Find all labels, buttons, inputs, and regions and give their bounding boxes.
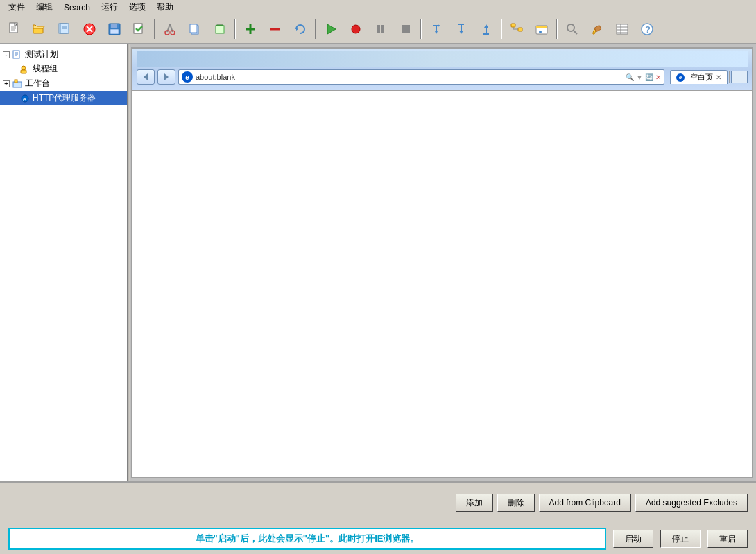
svg-rect-22 [190,24,197,33]
tree-view-button[interactable] [505,17,529,41]
sep3 [315,19,316,39]
play-button[interactable] [319,17,343,41]
svg-rect-15 [110,29,119,34]
status-message-box: 单击"启动"后，此处会显示"停止"。此时打开IE浏览器。 [8,528,606,550]
menubar: 文件 编辑 Search 运行 选项 帮助 [0,0,756,15]
svg-rect-31 [377,25,380,33]
save-button[interactable] [103,17,126,41]
tab-close-button[interactable]: ✕ [716,73,721,81]
http-proxy-label: HTTP代理服务器 [33,92,96,104]
add-button[interactable]: 添加 [456,494,493,512]
add-from-clipboard-button[interactable]: Add from Clipboard [539,494,631,512]
svg-point-30 [352,25,360,33]
workbench-label: 工作台 [25,78,50,89]
svg-marker-38 [459,31,463,34]
menu-search[interactable]: Search [58,1,96,14]
tree-item-http-proxy[interactable]: e HTTP代理服务器 [0,91,127,105]
menu-help[interactable]: 帮助 [151,0,179,15]
sep5 [501,19,502,39]
svg-rect-44 [518,28,522,31]
refresh-button[interactable] [289,17,312,41]
tab-sep [729,71,730,83]
paint-button[interactable] [585,17,609,41]
add-toolbar-button[interactable] [239,17,262,41]
step-over-button[interactable] [424,17,448,41]
menu-edit[interactable]: 编辑 [31,0,58,15]
browser-chrome: — — — e about:blank 🔍 ▼ [132,49,752,91]
svg-rect-32 [381,25,384,33]
svg-rect-33 [402,25,410,33]
templates-button[interactable] [53,17,76,41]
address-icons: 🔍 ▼ 🔄 ✕ [626,73,661,81]
svg-marker-36 [435,31,438,34]
svg-rect-67 [15,80,17,83]
search-toolbar-button[interactable] [560,17,584,41]
svg-rect-65 [21,70,26,73]
svg-marker-28 [296,28,298,31]
menu-run[interactable]: 运行 [96,0,123,15]
stop-status-button[interactable]: 停止 [660,530,701,548]
new-button[interactable] [3,17,26,41]
tree-expander-test-plan[interactable]: - [3,51,10,58]
browser-tab-blank[interactable]: e 空白页 ✕ [670,70,728,84]
back-button[interactable] [137,69,155,85]
workbench-icon [12,78,23,89]
action-bar: 添加 删除 Add from Clipboard Add suggested E… [0,481,756,523]
http-proxy-icon: e [19,93,31,104]
tree-expander-workbench[interactable]: + [3,80,10,87]
url-text: about:blank [196,73,626,81]
vertical-divider [127,44,130,481]
menu-file[interactable]: 文件 [3,0,31,15]
main-area: - 测试计划 线程组 + 工作台 e H [0,44,756,481]
cut-button[interactable] [158,17,182,41]
tree-item-test-plan[interactable]: - 测试计划 [0,47,127,62]
paste-button[interactable] [208,17,232,41]
step-into-button[interactable] [449,17,473,41]
svg-rect-48 [536,26,547,28]
help-button[interactable]: ? [635,17,659,41]
menu-options[interactable]: 选项 [123,0,151,15]
pause-button[interactable] [369,17,393,41]
add-suggested-excludes-button[interactable]: Add suggested Excludes [635,494,748,512]
close-nav-icon[interactable]: ✕ [655,73,661,81]
svg-line-51 [574,31,577,34]
verify-button[interactable] [128,17,151,41]
browser-title-bar: — — — [137,51,748,67]
svg-marker-70 [144,73,148,80]
test-plan-icon [12,49,23,60]
restart-button[interactable]: 重启 [707,530,748,548]
tree-panel: - 测试计划 线程组 + 工作台 e H [0,44,128,481]
refresh-nav-icon[interactable]: 🔄 [645,73,653,81]
sep1 [154,19,155,39]
delete-button[interactable]: 删除 [497,494,535,512]
open-button[interactable] [28,17,51,41]
browser-content [132,91,752,477]
status-bar: 单击"启动"后，此处会显示"停止"。此时打开IE浏览器。 启动 停止 重启 [0,523,756,554]
tree-item-workbench[interactable]: + 工作台 [0,76,127,91]
sep2 [234,19,236,39]
svg-point-64 [22,66,26,70]
step-out-button[interactable] [474,17,498,41]
record-button[interactable] [344,17,368,41]
copy-button[interactable] [183,17,207,41]
start-button[interactable]: 启动 [613,530,653,548]
stop-button[interactable] [394,17,418,41]
close-file-button[interactable] [78,17,101,41]
tab-ie-icon: e [676,73,685,82]
list-toolbar-button[interactable] [610,17,634,41]
remove-button[interactable] [264,17,287,41]
sep4 [420,19,422,39]
address-bar[interactable]: e about:blank 🔍 ▼ 🔄 ✕ [178,69,664,85]
browser-frame: — — — e about:blank 🔍 ▼ [131,47,753,478]
tree-item-thread-group[interactable]: 线程组 [0,62,127,76]
browse-button[interactable] [530,17,553,41]
svg-text:?: ? [645,24,651,35]
blank-tab[interactable] [731,71,748,83]
search-icon: 🔍 [626,73,634,81]
forward-button[interactable] [157,69,175,85]
browser-panel: — — — e about:blank 🔍 ▼ [128,44,756,481]
svg-rect-43 [511,24,515,27]
svg-marker-71 [164,73,169,80]
svg-marker-29 [327,24,336,34]
svg-rect-24 [216,26,224,33]
